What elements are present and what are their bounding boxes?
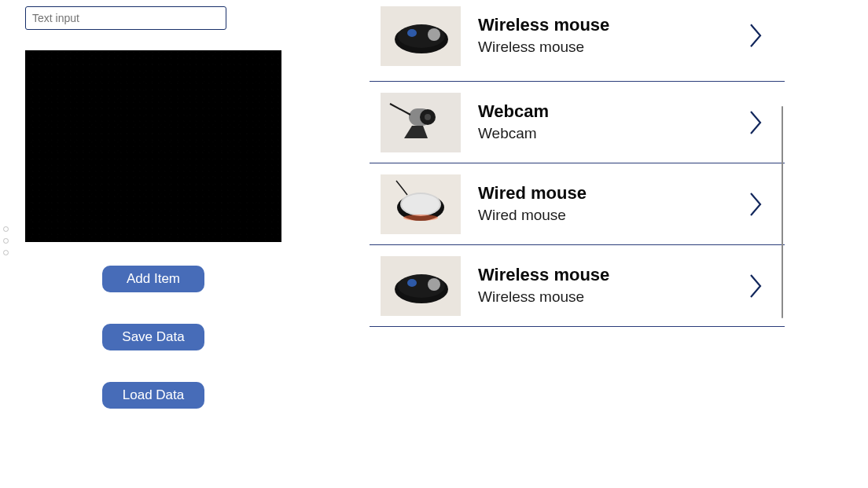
list-item[interactable]: Wired mouse Wired mouse: [370, 163, 785, 245]
item-title: Webcam: [478, 102, 785, 121]
load-data-button[interactable]: Load Data: [102, 382, 204, 409]
item-text: Wireless mouse Wireless mouse: [478, 266, 785, 305]
item-subtitle: Wireless mouse: [478, 288, 785, 306]
item-subtitle: Wireless mouse: [478, 39, 785, 56]
chevron-right-icon[interactable]: [748, 273, 764, 299]
chevron-right-icon[interactable]: [748, 191, 764, 218]
svg-point-8: [425, 114, 431, 120]
item-text: Wired mouse Wired mouse: [478, 184, 785, 223]
save-data-button[interactable]: Save Data: [102, 324, 204, 350]
thumbnail-wireless-mouse: [381, 256, 461, 316]
item-subtitle: Webcam: [478, 125, 785, 142]
thumbnail-wired-mouse: [381, 174, 461, 234]
camera-preview: [25, 50, 281, 242]
chevron-right-icon[interactable]: [748, 109, 764, 136]
chevron-right-icon[interactable]: [748, 22, 764, 49]
list-item[interactable]: Wireless mouse Wireless mouse: [370, 0, 785, 82]
svg-point-3: [407, 29, 417, 37]
svg-point-19: [407, 279, 417, 287]
item-text: Wireless mouse Wireless mouse: [478, 16, 785, 55]
svg-point-15: [403, 215, 438, 221]
item-title: Wireless mouse: [478, 16, 785, 35]
button-column: Add Item Save Data Load Data: [25, 266, 281, 409]
svg-point-20: [428, 278, 440, 291]
list-item[interactable]: Webcam Webcam: [370, 82, 785, 163]
left-panel: Add Item Save Data Load Data: [0, 0, 330, 415]
thumbnail-webcam: [381, 93, 461, 152]
item-title: Wireless mouse: [478, 266, 785, 284]
svg-point-4: [428, 28, 440, 41]
item-list[interactable]: Wireless mouse Wireless mouse Webcam Web…: [370, 0, 785, 377]
item-title: Wired mouse: [478, 184, 785, 203]
svg-point-14: [402, 194, 440, 215]
add-item-button[interactable]: Add Item: [102, 266, 204, 292]
scrollbar[interactable]: [782, 106, 783, 318]
thumbnail-wireless-mouse: [381, 6, 461, 66]
list-item[interactable]: Wireless mouse Wireless mouse: [370, 245, 785, 327]
item-subtitle: Wired mouse: [478, 207, 785, 224]
item-text: Webcam Webcam: [478, 102, 785, 141]
text-input[interactable]: [25, 6, 226, 30]
